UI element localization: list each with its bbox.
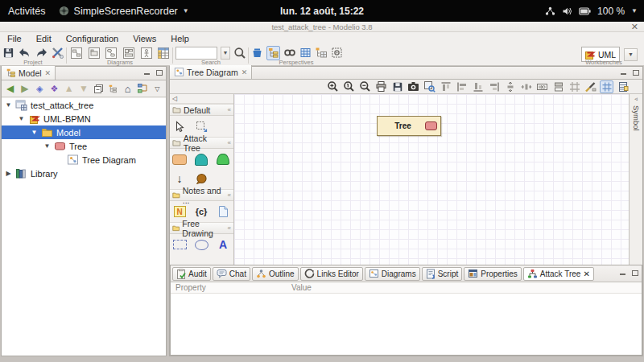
tree-row[interactable]: Tree Diagram — [2, 153, 166, 167]
search-dropdown-button[interactable]: ▼ — [221, 47, 230, 60]
tree-row-selected[interactable]: ▼ Model — [2, 125, 166, 139]
menu-file[interactable]: File — [0, 32, 29, 45]
tab-model[interactable]: Model ✕ — [2, 66, 56, 80]
tab-properties[interactable]: Properties — [464, 267, 522, 281]
distribute-horizontal-button[interactable] — [519, 80, 533, 93]
ellipse-tool[interactable] — [193, 237, 209, 253]
format-brush-button[interactable] — [584, 80, 597, 93]
tree-root-node[interactable]: Tree — [377, 116, 441, 136]
column-property[interactable]: Property — [171, 283, 291, 292]
symbol-panel-strip[interactable]: ◃ Symbol — [629, 94, 642, 265]
fit-frame-button[interactable] — [568, 80, 581, 93]
move-up-button[interactable]: ▲ — [63, 82, 75, 96]
expander-icon[interactable]: ▼ — [18, 115, 25, 122]
align-top-button[interactable] — [439, 80, 452, 93]
align-bottom-button[interactable] — [471, 80, 485, 93]
tab-links-editor[interactable]: Links Editor — [300, 267, 363, 281]
zoom-out-button[interactable] — [358, 80, 372, 93]
minimize-panel-button[interactable] — [142, 68, 151, 76]
palette-section-free-drawing[interactable]: Free Drawing « — [170, 222, 233, 234]
expander-icon[interactable]: ▼ — [5, 101, 12, 109]
class-diagram-button[interactable] — [69, 46, 84, 60]
save-image-button[interactable] — [390, 80, 404, 93]
search-input[interactable] — [175, 47, 217, 60]
page-setup-button[interactable] — [616, 80, 630, 93]
rectangle-tool[interactable] — [171, 237, 188, 253]
or-gate-tool[interactable] — [215, 151, 231, 167]
zoom-selection-button[interactable] — [423, 80, 436, 93]
expander-icon[interactable]: ▼ — [31, 129, 38, 136]
menu-edit[interactable]: Edit — [29, 32, 59, 45]
tree-table-perspective-button[interactable] — [315, 46, 328, 60]
collapse-all-button[interactable] — [93, 82, 105, 96]
undo-button[interactable] — [18, 46, 31, 60]
pin-icon[interactable]: « — [228, 106, 231, 113]
menu-help[interactable]: Help — [163, 32, 196, 45]
home-button[interactable]: ⌂ — [122, 82, 134, 96]
nav-back-button[interactable]: ◀ — [4, 82, 16, 96]
nav-forward-button[interactable]: ▶ — [19, 82, 31, 96]
expander-icon[interactable]: ▼ — [43, 142, 51, 150]
close-icon[interactable]: ✕ — [583, 269, 589, 278]
select-tool[interactable] — [171, 118, 188, 134]
window-close-button[interactable]: ✕ — [631, 22, 638, 32]
tree-node-tool[interactable] — [171, 151, 188, 167]
close-icon[interactable]: ✕ — [45, 69, 52, 77]
same-height-button[interactable] — [551, 80, 565, 93]
pin-icon[interactable]: « — [228, 191, 231, 199]
transfer-arrow-tool[interactable]: ↓ — [171, 171, 188, 187]
tab-audit[interactable]: Audit — [172, 267, 211, 281]
tab-diagrams[interactable]: Diagrams — [365, 267, 420, 281]
system-status-area[interactable]: 100 % ▼ — [545, 0, 638, 22]
tree-row[interactable]: ▶ Library — [2, 167, 166, 180]
tools-button[interactable] — [52, 46, 64, 60]
palette-section-attack-tree[interactable]: Attack Tree « — [170, 137, 233, 149]
pin-icon[interactable]: « — [228, 139, 231, 146]
settings-perspective-button[interactable] — [331, 46, 343, 60]
tree-row[interactable]: ▼ UML-BPMN — [2, 112, 166, 125]
save-button[interactable] — [2, 46, 14, 60]
and-gate-tool[interactable] — [193, 151, 209, 167]
minimize-panel-button[interactable] — [618, 269, 627, 277]
marquee-tool[interactable] — [193, 118, 209, 134]
tab-tree-diagram[interactable]: Tree Diagram ✕ — [170, 65, 252, 79]
palette-collapse-icon[interactable]: ◁ — [172, 95, 177, 102]
redo-button[interactable] — [35, 46, 48, 60]
menu-configuration[interactable]: Configuration — [59, 32, 126, 45]
same-size-button[interactable] — [535, 80, 549, 93]
text-tool[interactable]: A — [215, 237, 231, 253]
move-down-button[interactable]: ▼ — [77, 82, 89, 96]
tab-script[interactable]: Script — [422, 267, 463, 281]
counter-measure-tool[interactable] — [193, 171, 209, 187]
tab-outline[interactable]: Outline — [252, 267, 299, 281]
sync-tree-button[interactable] — [136, 82, 148, 96]
line-tool[interactable]: → — [171, 256, 188, 265]
print-button[interactable] — [374, 80, 388, 93]
constraint-tool[interactable]: {c} — [193, 204, 209, 220]
tree-row[interactable]: ▼ test_attack_tree — [2, 98, 166, 112]
palette-section-notes[interactable]: Notes and ... « — [170, 189, 233, 201]
project-perspective-button[interactable] — [251, 46, 263, 60]
table-perspective-button[interactable] — [299, 46, 312, 60]
pin-icon[interactable]: « — [228, 224, 231, 232]
zoom-original-button[interactable] — [342, 80, 356, 93]
maximize-panel-button[interactable] — [155, 68, 163, 76]
link-with-editor-button[interactable] — [107, 82, 119, 96]
close-icon[interactable]: ✕ — [242, 68, 248, 76]
property-table-body[interactable] — [171, 294, 642, 355]
tree-row[interactable]: ▼ Tree — [2, 139, 166, 153]
distribute-vertical-button[interactable] — [503, 80, 517, 93]
related-diagrams-button[interactable]: ◈ — [34, 82, 46, 96]
usecase-diagram-button[interactable] — [139, 46, 154, 60]
palette-section-default[interactable]: Default « — [170, 104, 233, 116]
view-menu-button[interactable]: ▽ — [151, 82, 163, 96]
menu-views[interactable]: Views — [126, 32, 163, 45]
document-tool[interactable] — [215, 204, 231, 220]
grid-toggle-button[interactable] — [600, 80, 613, 93]
statemachine-diagram-button[interactable] — [104, 46, 118, 60]
related-elements-button[interactable]: ❖ — [48, 82, 60, 96]
note-tool[interactable]: N — [171, 204, 188, 220]
search-button[interactable] — [233, 46, 246, 60]
layout-diagram-button[interactable] — [122, 46, 136, 60]
expander-icon[interactable]: ▶ — [5, 170, 12, 177]
